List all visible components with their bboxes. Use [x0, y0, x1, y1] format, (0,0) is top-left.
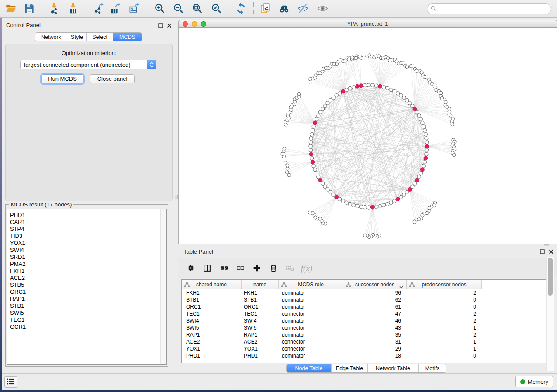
- run-mcds-button[interactable]: Run MCDS: [42, 74, 83, 83]
- table-show-columns-button[interactable]: [200, 261, 214, 275]
- vertical-splitter[interactable]: [175, 18, 178, 373]
- toolbar-zoom-out-button[interactable]: [171, 2, 186, 16]
- tab-node-table[interactable]: Node Table: [287, 364, 331, 372]
- mcds-result-item[interactable]: RAP1: [10, 296, 166, 303]
- mcds-result-item[interactable]: SWI4: [10, 247, 166, 254]
- control-panel-title: Control Panel: [6, 22, 41, 28]
- sort-menu-icon[interactable]: [399, 284, 403, 290]
- toolbar-open-session-button[interactable]: [3, 2, 18, 16]
- mcds-result-item[interactable]: SWI5: [10, 309, 166, 316]
- toolbar-import-network-button[interactable]: [47, 2, 62, 16]
- table-delete-column-button[interactable]: [283, 261, 297, 275]
- column-header-MCDS-role[interactable]: MCDS role: [279, 280, 343, 289]
- table-function-builder-button[interactable]: f(x): [300, 261, 314, 275]
- close-panel-icon[interactable]: [166, 22, 172, 28]
- table-row[interactable]: YOX1YOX1connector291: [182, 346, 554, 353]
- toolbar-export-network-button[interactable]: [91, 2, 106, 16]
- toolbar-show-eye-button[interactable]: [315, 2, 330, 16]
- table-row[interactable]: STB1STB1dominator620: [182, 297, 554, 304]
- control-panel-tabs: NetworkStyleSelectMCDS: [35, 32, 142, 41]
- splitter-grip[interactable]: [544, 244, 549, 246]
- table-row[interactable]: ACE2ACE2connector311: [182, 339, 554, 346]
- toolbar-zoom-fit-button[interactable]: [190, 2, 204, 16]
- mcds-result-item[interactable]: TID3: [10, 233, 166, 240]
- mcds-result-item[interactable]: ORC1: [10, 289, 166, 296]
- mcds-result-item[interactable]: PMA2: [10, 261, 166, 268]
- toolbar-zoom-selected-button[interactable]: [209, 2, 224, 16]
- mcds-result-item[interactable]: PHD1: [10, 212, 166, 219]
- tab-style[interactable]: Style: [67, 33, 86, 41]
- toolbar-export-image-button[interactable]: [127, 2, 142, 16]
- table-table-settings-button[interactable]: [184, 261, 198, 275]
- zoom-selected-icon: [211, 3, 222, 16]
- mcds-result-item[interactable]: CAR1: [10, 219, 166, 226]
- tab-select[interactable]: Select: [86, 33, 113, 41]
- column-header-shared-name[interactable]: shared name: [182, 280, 242, 289]
- tab-network[interactable]: Network: [35, 33, 67, 41]
- tab-edge-table[interactable]: Edge Table: [331, 364, 367, 372]
- table-row[interactable]: SWI4SWI4dominator462: [182, 318, 554, 325]
- close-panel-button[interactable]: Close panel: [90, 74, 135, 83]
- tree-icon: [184, 282, 190, 289]
- toolbar-copy-network-button[interactable]: [258, 2, 273, 16]
- splitter-grip[interactable]: [175, 195, 178, 199]
- table-body: FKH1FKH1dominator962STB1STB1dominator620…: [182, 289, 554, 363]
- float-panel-icon[interactable]: [157, 22, 163, 28]
- mcds-result-list[interactable]: PHD1CAR1STP4TID3YOX1SWI4SRD1PMA2FKH1ACE2…: [7, 209, 167, 365]
- mcds-result-item[interactable]: ACE2: [10, 275, 166, 282]
- table-scrollbar[interactable]: [546, 257, 554, 371]
- float-panel-icon[interactable]: [539, 248, 545, 254]
- criterion-select[interactable]: largest connected component (undirected): [20, 60, 156, 69]
- mcds-result-item[interactable]: STB1: [10, 303, 166, 309]
- mcds-result-item[interactable]: GCR1: [10, 323, 166, 330]
- table-row[interactable]: PHD1PHD1dominator180: [182, 353, 554, 360]
- table-delete-entry-button[interactable]: [266, 261, 280, 275]
- table-row[interactable]: ORC1ORC1dominator610: [182, 304, 554, 311]
- tab-motifs[interactable]: Motifs: [418, 364, 446, 372]
- delete-entry-icon: [269, 263, 278, 274]
- scrollbar-thumb[interactable]: [548, 258, 553, 296]
- mcds-result-item[interactable]: YOX1: [10, 240, 166, 247]
- mcds-result-item[interactable]: FKH1: [10, 268, 166, 275]
- network-window-titlebar[interactable]: YPA_prune.txt_1: [178, 20, 557, 28]
- close-panel-icon[interactable]: [548, 248, 554, 254]
- toolbar-zoom-in-button[interactable]: [152, 2, 167, 16]
- table-panel-tabs: Node TableEdge TableNetwork TableMotifs: [286, 364, 446, 373]
- toolbar-refresh-button[interactable]: [233, 2, 248, 16]
- table-row[interactable]: RAP1RAP1dominator352: [182, 332, 554, 339]
- tab-network-table[interactable]: Network Table: [367, 364, 418, 372]
- mcds-result-item[interactable]: STB5: [10, 282, 166, 289]
- toolbar-binoculars-button[interactable]: [277, 2, 291, 16]
- toolbar-export-table-button[interactable]: [107, 2, 122, 16]
- column-header-predecessor-nodes[interactable]: predecessor nodes: [407, 280, 482, 289]
- mcds-result-item[interactable]: TEC1: [10, 316, 166, 323]
- search-box[interactable]: [427, 3, 551, 14]
- toolbar-hide-annotations-button[interactable]: [295, 2, 310, 16]
- tab-mcds[interactable]: MCDS: [113, 33, 142, 41]
- task-history-button[interactable]: [4, 376, 17, 388]
- table-add-entry-button[interactable]: [250, 261, 264, 275]
- toolbar-import-table-button[interactable]: [66, 2, 80, 16]
- table-row[interactable]: FKH1FKH1dominator962: [182, 290, 554, 297]
- zoom-fit-icon: [191, 3, 203, 16]
- column-header-successor-nodes[interactable]: successor nodes: [343, 280, 407, 289]
- toolbar-save-session-button[interactable]: [21, 2, 36, 16]
- search-input[interactable]: [438, 5, 551, 14]
- toolbar-separator: [41, 2, 41, 15]
- mcds-result-title: MCDS result (17 nodes): [9, 201, 73, 208]
- network-window: YPA_prune.txt_1: [178, 20, 557, 244]
- table-row[interactable]: SWI5SWI5connector431: [182, 325, 554, 332]
- table-deselect-all-button[interactable]: [233, 261, 247, 275]
- mcds-result-item[interactable]: STP4: [10, 226, 166, 233]
- mcds-result-item[interactable]: SRD1: [10, 254, 166, 261]
- memory-button[interactable]: Memory: [515, 376, 553, 387]
- mcds-list-scrollbar[interactable]: [160, 209, 166, 364]
- table-row[interactable]: TEC1TEC1connector472: [182, 311, 554, 318]
- table-settings-icon: [186, 263, 196, 274]
- memory-label: Memory: [528, 378, 548, 385]
- column-header-name[interactable]: name: [242, 280, 279, 289]
- zoom-in-icon: [154, 3, 166, 16]
- table-select-all-button[interactable]: [217, 261, 231, 275]
- network-canvas[interactable]: [178, 28, 557, 244]
- desktop-wallpaper: Control Panel NetworkStyleSelectMCDS Opt…: [0, 0, 557, 392]
